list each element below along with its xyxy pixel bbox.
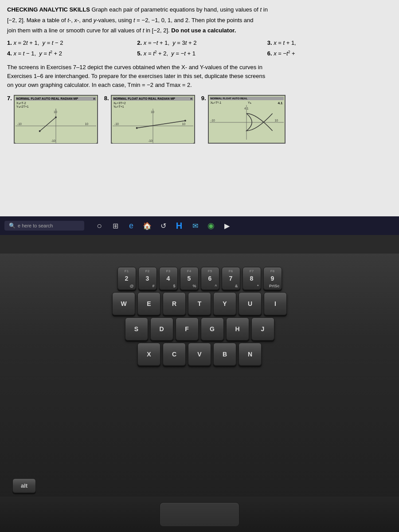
problem-8-label: 8.: [104, 95, 109, 102]
key-6[interactable]: F5 6 ^: [201, 267, 219, 290]
calc-labels-7: X₁=T-2 Y₁=2T+1: [16, 102, 96, 109]
problem-7-label: 7.: [7, 95, 12, 102]
svg-text:10: 10: [182, 122, 185, 125]
key-9[interactable]: F8 9 PrtSc: [263, 267, 282, 290]
key-x[interactable]: X: [137, 343, 160, 366]
calc-graph-7: -10 10 10 -10: [16, 109, 96, 143]
zxcv-row: X C V B N: [9, 343, 390, 366]
key-c[interactable]: C: [163, 343, 186, 366]
intro-line3: join them with a line or smooth curve fo…: [7, 26, 392, 35]
svg-text:10: 10: [274, 119, 278, 122]
svg-point-10: [55, 117, 57, 118]
svg-text:10: 10: [151, 110, 154, 113]
key-7[interactable]: F6 7 &: [222, 267, 240, 290]
section-title: CHECKING ANALYTIC SKILLS: [7, 6, 90, 13]
taskbar-search[interactable]: 🔍 e here to search: [4, 221, 84, 231]
problem-5: 5. x = t2 + 2, y = −t + 1: [137, 50, 262, 57]
calc-screen-8: 8. NORMAL FLOAT AUTO REAL RADIAN MP n X₁…: [104, 95, 195, 144]
keyboard: F1 2 @ F2 3 # F3 4 $ F4 5 % F5 6: [9, 267, 390, 368]
key-h[interactable]: H: [226, 317, 249, 340]
key-8[interactable]: F7 8 *: [243, 267, 261, 290]
taskbar-icons: ○ ⊞ e 🏠 ↺ H ✉ ◉ ▶: [93, 219, 233, 232]
calc-labels-9: X₁=T²-1 Y₁ 4.1: [210, 101, 284, 105]
calc-graph-9: -10 10 4.1: [210, 105, 284, 140]
svg-text:-10: -10: [210, 119, 215, 122]
calc-header-9: NORMAL FLOAT AUTO REAL: [210, 97, 284, 100]
key-alt[interactable]: alt: [12, 478, 36, 493]
keyboard-area: F1 2 @ F2 3 # F3 4 $ F4 5 % F5 6: [0, 254, 399, 532]
intro-text: Graph each pair of parametric equations …: [91, 6, 267, 13]
taskbar-circle-icon[interactable]: ○: [93, 219, 106, 232]
calc-header-7: NORMAL FLOAT AUTO REAL RADIAN MP n: [16, 97, 96, 101]
taskbar-grid-icon[interactable]: ⊞: [109, 219, 121, 232]
number-row: F1 2 @ F2 3 # F3 4 $ F4 5 % F5 6: [9, 267, 390, 290]
taskbar-refresh-icon[interactable]: ↺: [157, 219, 169, 232]
intro-line2: [−2, 2]. Make a table of t-, x-, and y-v…: [7, 16, 392, 25]
problem-1: 1. x = 2t + 1, y = t − 2: [7, 39, 132, 46]
taskbar-chrome-icon[interactable]: ◉: [205, 219, 217, 232]
problem-6: 6. x = −t2 +: [267, 50, 392, 57]
key-n[interactable]: N: [239, 343, 262, 366]
laptop-bottom-bezel: [0, 497, 399, 532]
key-e[interactable]: E: [137, 292, 160, 315]
key-s[interactable]: S: [125, 317, 148, 340]
calc-graph-8: -10 10 10 -10: [113, 109, 193, 143]
search-icon: 🔍: [9, 223, 16, 229]
calc-display-7: NORMAL FLOAT AUTO REAL RADIAN MP n X₁=T-…: [14, 95, 98, 144]
svg-point-20: [184, 120, 186, 122]
taskbar-play-icon[interactable]: ▶: [221, 219, 233, 232]
problem-4: 4. x = t − 1, y = t2 + 2: [7, 50, 132, 57]
taskbar: 🔍 e here to search ○ ⊞ e 🏠 ↺ H ✉ ◉ ▶: [0, 216, 399, 235]
problems-grid: 1. x = 2t + 1, y = t − 2 2. x = −t + 1, …: [7, 39, 392, 57]
key-u[interactable]: U: [239, 292, 262, 315]
key-j[interactable]: J: [251, 317, 274, 340]
problem-9-label: 9.: [201, 95, 206, 102]
taskbar-flag-icon[interactable]: 🏠: [141, 219, 153, 232]
key-5[interactable]: F4 5 %: [180, 267, 199, 290]
asdf-row: S D F G H J: [9, 317, 390, 340]
key-y[interactable]: Y: [213, 292, 236, 315]
key-t[interactable]: T: [188, 292, 211, 315]
key-w[interactable]: W: [112, 292, 135, 315]
key-v[interactable]: V: [188, 343, 211, 366]
calc-header-8: NORMAL FLOAT AUTO REAL RADIAN MP n: [113, 97, 193, 101]
header-block: CHECKING ANALYTIC SKILLS Graph each pair…: [7, 5, 392, 35]
svg-text:4.1: 4.1: [244, 107, 249, 110]
calc-labels-8: X₁=3T+2 Y₁=T+1: [113, 102, 193, 109]
calc-display-8: NORMAL FLOAT AUTO REAL RADIAN MP n X₁=3T…: [111, 95, 195, 144]
calc-display-9: NORMAL FLOAT AUTO REAL X₁=T²-1 Y₁ 4.1 -1…: [208, 95, 286, 144]
svg-text:-10: -10: [17, 122, 22, 125]
svg-point-9: [39, 130, 40, 132]
key-i[interactable]: I: [264, 292, 287, 315]
key-2[interactable]: F1 2 @: [117, 267, 136, 290]
search-text: e here to search: [18, 223, 53, 228]
svg-text:-10: -10: [51, 139, 55, 142]
taskbar-mail-icon[interactable]: ✉: [189, 219, 201, 232]
key-g[interactable]: G: [201, 317, 224, 340]
svg-text:-10: -10: [114, 122, 119, 125]
key-r[interactable]: R: [163, 292, 186, 315]
middle-text: The screens in Exercises 7–12 depict the…: [7, 63, 392, 90]
svg-point-19: [136, 127, 137, 129]
key-f[interactable]: F: [176, 317, 199, 340]
key-d[interactable]: D: [150, 317, 173, 340]
taskbar-microsoft-icon[interactable]: H: [173, 219, 185, 232]
key-3[interactable]: F2 3 #: [138, 267, 157, 290]
calc-screen-7: 7. NORMAL FLOAT AUTO REAL RADIAN MP n X₁…: [7, 95, 98, 144]
qwerty-row: W E R T Y U I: [9, 292, 390, 315]
calc-screen-9: 9. NORMAL FLOAT AUTO REAL X₁=T²-1 Y₁ 4.1…: [201, 95, 286, 144]
laptop-screen: CHECKING ANALYTIC SKILLS Graph each pair…: [0, 0, 399, 235]
calc-screens-row: 7. NORMAL FLOAT AUTO REAL RADIAN MP n X₁…: [7, 95, 392, 144]
problem-3: 3. x = t + 1,: [267, 39, 392, 46]
touchpad[interactable]: [160, 502, 239, 527]
svg-text:10: 10: [54, 110, 57, 113]
problem-2: 2. x = −t + 1, y = 3t + 2: [137, 39, 262, 46]
svg-text:-10: -10: [148, 139, 153, 142]
svg-text:10: 10: [85, 122, 88, 125]
key-4[interactable]: F3 4 $: [159, 267, 178, 290]
key-b[interactable]: B: [213, 343, 236, 366]
taskbar-edge-icon[interactable]: e: [125, 219, 137, 232]
